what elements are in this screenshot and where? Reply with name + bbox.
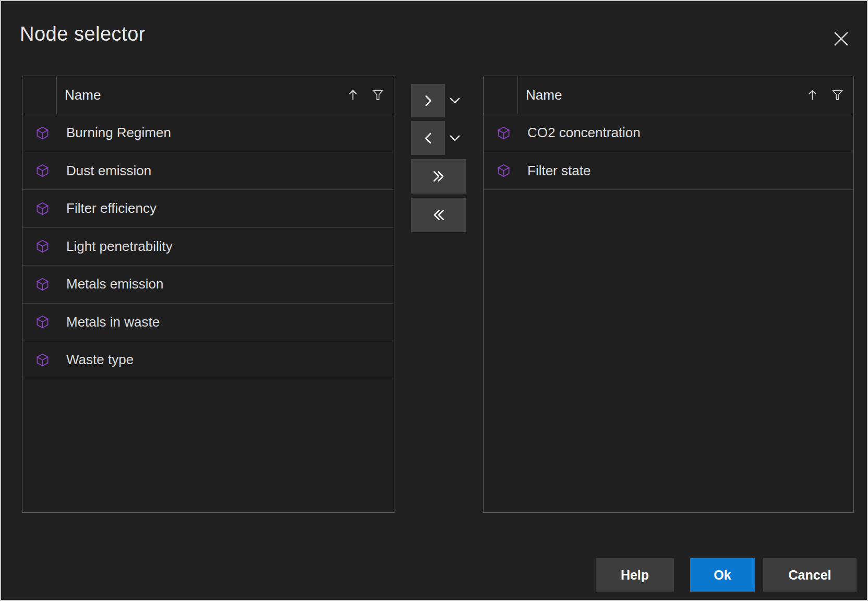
node-name-label: Metals emission (66, 276, 163, 292)
node-row[interactable]: CO2 concentration (484, 114, 853, 152)
node-cube-icon (35, 163, 50, 178)
node-selector-dialog: Node selector Name (0, 0, 868, 601)
node-row[interactable]: Waste type (22, 341, 394, 379)
node-row[interactable]: Filter efficiency (22, 190, 394, 228)
selected-nodes-header: Name (484, 76, 853, 114)
available-nodes-table: Name (22, 76, 394, 513)
node-row[interactable]: Filter state (484, 152, 853, 190)
node-name-label: Waste type (66, 352, 134, 368)
column-divider (56, 76, 57, 114)
chevron-down-icon (448, 94, 462, 107)
sort-button[interactable] (345, 76, 360, 114)
node-row[interactable]: Dust emission (22, 152, 394, 190)
move-right-options-button[interactable] (444, 90, 465, 111)
node-row[interactable]: Light penetrability (22, 228, 394, 266)
double-chevron-right-icon (431, 169, 447, 184)
node-row[interactable]: Burning Regimen (22, 114, 394, 152)
dialog-title: Node selector (20, 23, 146, 45)
filter-funnel-icon (831, 89, 844, 102)
move-right-button[interactable] (411, 84, 445, 117)
filter-button[interactable] (370, 76, 385, 114)
node-name-label: Filter efficiency (66, 200, 156, 217)
sort-ascending-icon (805, 88, 819, 102)
node-name-label: Filter state (527, 163, 590, 179)
help-button[interactable]: Help (596, 558, 674, 592)
move-left-button[interactable] (411, 121, 445, 155)
node-row[interactable]: Metals emission (22, 266, 394, 304)
node-name-label: Metals in waste (66, 314, 160, 330)
move-left-options-button[interactable] (444, 128, 465, 149)
node-name-label: CO2 concentration (527, 125, 641, 141)
double-chevron-left-icon (431, 207, 447, 223)
move-all-right-button[interactable] (411, 159, 466, 194)
sort-ascending-icon (346, 88, 360, 102)
node-name-label: Dust emission (66, 163, 151, 179)
filter-button[interactable] (829, 76, 845, 114)
cancel-button[interactable]: Cancel (763, 558, 857, 592)
filter-funnel-icon (371, 89, 384, 102)
node-name-label: Light penetrability (66, 238, 173, 255)
node-cube-icon (35, 277, 50, 292)
node-cube-icon (497, 126, 511, 140)
sort-button[interactable] (804, 76, 820, 114)
name-column-header: Name (65, 76, 101, 114)
node-row[interactable]: Metals in waste (22, 304, 394, 342)
move-all-left-button[interactable] (411, 198, 466, 232)
node-name-label: Burning Regimen (66, 125, 171, 141)
name-column-header: Name (526, 76, 562, 114)
selected-nodes-table: Name (483, 76, 854, 513)
available-nodes-list: Burning Regimen Dust emission (22, 114, 394, 379)
node-cube-icon (35, 315, 50, 329)
chevron-left-icon (421, 131, 436, 146)
column-divider (517, 76, 518, 114)
node-cube-icon (497, 163, 511, 178)
node-cube-icon (35, 201, 50, 216)
close-icon (833, 30, 850, 47)
chevron-right-icon (421, 93, 436, 108)
selected-nodes-list: CO2 concentration Filter state (484, 114, 853, 190)
ok-button[interactable]: Ok (690, 558, 755, 592)
node-cube-icon (35, 126, 50, 140)
node-cube-icon (35, 353, 50, 367)
node-cube-icon (35, 239, 50, 254)
close-button[interactable] (829, 27, 852, 50)
available-nodes-header: Name (22, 76, 394, 114)
chevron-down-icon (448, 131, 462, 145)
